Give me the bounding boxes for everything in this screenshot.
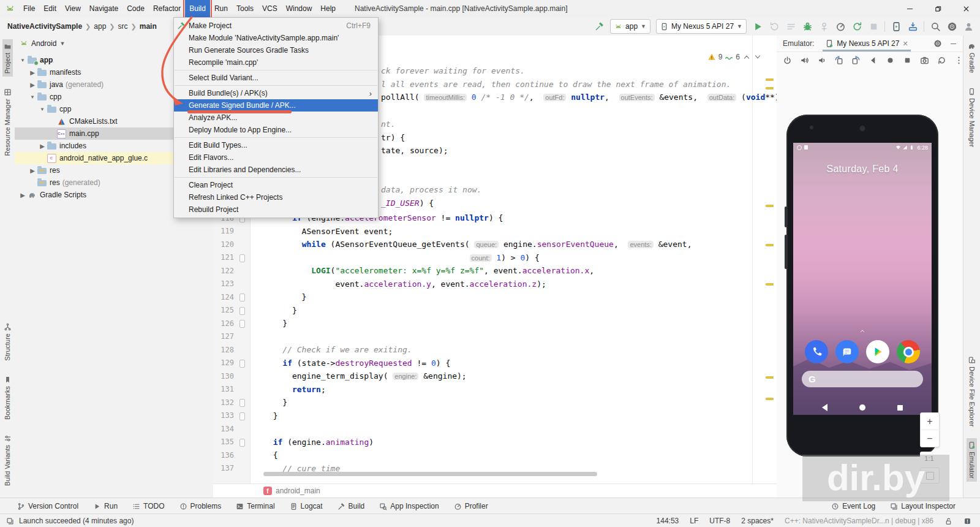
minimize-button[interactable] [895, 0, 924, 17]
tree-chevron-icon[interactable]: ▼ [28, 94, 37, 100]
device-screen[interactable]: 6:28 Saturday, Feb 4 [793, 143, 932, 415]
fold-gutter[interactable] [234, 304, 250, 317]
fold-gutter[interactable] [234, 383, 250, 396]
play-store-app-icon[interactable] [866, 340, 889, 363]
tree-chevron-icon[interactable]: ▼ [38, 107, 47, 112]
toolwindow-event-log[interactable]: Event Log [831, 502, 875, 510]
tool-tab-emulator[interactable]: Emulator [967, 438, 977, 482]
toolwindow-layout-inspector[interactable]: Layout Inspector [890, 502, 956, 510]
fold-gutter[interactable] [234, 370, 250, 383]
search-everywhere-button[interactable] [930, 21, 941, 32]
horizontal-scrollbar[interactable] [263, 472, 597, 476]
fold-gutter[interactable] [234, 449, 250, 462]
menu-item-refresh-linked-c-projects[interactable]: Refresh Linked C++ Projects [174, 191, 378, 203]
breadcrumb-app[interactable]: app [94, 22, 106, 31]
lock-icon[interactable] [944, 517, 952, 525]
rerun-button[interactable] [851, 21, 862, 32]
menu-item-generate-signed-bundle-apk[interactable]: Generate Signed Bundle / APK... [174, 99, 378, 112]
overview-button[interactable] [903, 55, 912, 66]
fold-gutter[interactable] [234, 357, 250, 370]
tree-chevron-icon[interactable]: ▼ [18, 58, 27, 63]
fold-marker-icon[interactable] [239, 307, 245, 315]
close-tab-icon[interactable]: ✕ [902, 40, 908, 48]
more-button[interactable] [954, 55, 963, 66]
fold-marker-icon[interactable] [239, 320, 245, 328]
menu-file[interactable]: File [19, 0, 39, 17]
close-button[interactable] [952, 0, 980, 17]
run-configuration-select[interactable]: app ▼ [610, 19, 650, 34]
menu-item-rebuild-project[interactable]: Rebuild Project [174, 203, 378, 216]
toolwindow-logcat[interactable]: Logcat [290, 502, 323, 510]
status-144-53[interactable]: 144:53 [657, 517, 679, 525]
make-project-button[interactable] [595, 21, 605, 31]
profile-button[interactable] [835, 21, 846, 32]
menu-item-recompile-main-cpp[interactable]: Recompile 'main.cpp' [174, 56, 378, 69]
menu-edit[interactable]: Edit [39, 0, 61, 17]
tool-tab-device-manager[interactable]: Device Manager [967, 85, 977, 150]
attach-debugger-button[interactable] [818, 21, 829, 32]
fold-gutter[interactable] [234, 264, 250, 278]
menu-item-deploy-module-to-app-engine[interactable]: Deploy Module to App Engine... [174, 124, 378, 136]
prev-problem-icon[interactable] [742, 53, 751, 61]
menu-item-make-project[interactable]: Make ProjectCtrl+F9 [174, 20, 378, 32]
tree-chevron-icon[interactable]: ▶ [28, 82, 37, 88]
zoom-in-button[interactable]: + [921, 413, 939, 430]
device-manager-button[interactable] [891, 21, 902, 32]
snapshots-button[interactable] [937, 55, 946, 66]
settings-button[interactable] [946, 21, 957, 32]
zoom-fit-button[interactable] [920, 468, 940, 483]
fold-marker-icon[interactable] [239, 254, 245, 262]
tool-tab-build-variants[interactable]: Build Variants [2, 431, 13, 489]
menu-item-run-generate-sources-gradle-tasks[interactable]: Run Generate Sources Gradle Tasks [174, 44, 378, 56]
tool-tab-resource-manager[interactable]: Resource Manager [2, 85, 13, 159]
tree-chevron-icon[interactable]: ▶ [28, 167, 37, 174]
fold-marker-icon[interactable] [239, 399, 245, 407]
zoom-reset-button[interactable]: 1:1 [920, 452, 938, 465]
emulator-device-tab[interactable]: My Nexus 5 API 27 ✕ [823, 36, 910, 51]
nav-home-icon[interactable] [859, 404, 865, 411]
chrome-app-icon[interactable] [897, 340, 920, 363]
rotate-right-button[interactable] [851, 55, 861, 66]
toolwindow-todo[interactable]: TODO [132, 502, 164, 510]
menu-navigate[interactable]: Navigate [85, 0, 123, 17]
tool-tab-project[interactable]: Project [2, 39, 13, 77]
menu-run[interactable]: Run [210, 0, 232, 17]
back-button[interactable] [869, 55, 878, 66]
menu-item-build-bundle-s-apk-s[interactable]: Build Bundle(s) / APK(s)› [174, 87, 378, 99]
messages-app-icon[interactable] [835, 340, 859, 363]
phone-app-icon[interactable] [805, 340, 828, 363]
menu-item-edit-build-types[interactable]: Edit Build Types... [174, 139, 378, 151]
notifications-icon[interactable] [963, 517, 971, 525]
toolwindow-terminal[interactable]: Terminal [236, 502, 274, 510]
rotate-left-button[interactable] [834, 55, 843, 66]
stop-button[interactable] [868, 21, 879, 32]
status-lf[interactable]: LF [690, 517, 698, 525]
tool-tab-structure[interactable]: Structure [2, 320, 13, 364]
device-select[interactable]: My Nexus 5 API 27 ▼ [656, 19, 747, 34]
tree-chevron-icon[interactable]: ▶ [18, 192, 27, 199]
tree-chevron-icon[interactable]: ▶ [28, 69, 37, 76]
breadcrumb-nativeactivitysample[interactable]: NativeActivitySample [7, 22, 82, 31]
gear-icon[interactable] [933, 39, 942, 48]
debug-button[interactable] [802, 21, 813, 32]
fold-gutter[interactable] [234, 343, 250, 357]
fold-gutter[interactable] [234, 290, 250, 304]
tool-tab-device-file-explorer[interactable]: Device File Explorer [967, 353, 977, 430]
fold-gutter[interactable] [234, 462, 250, 476]
menu-help[interactable]: Help [316, 0, 340, 17]
tool-tab-bookmarks[interactable]: Bookmarks [2, 373, 13, 423]
fold-gutter[interactable] [234, 225, 250, 238]
menu-vcs[interactable]: VCS [258, 0, 282, 17]
tool-windows-icon[interactable] [6, 517, 14, 525]
toolwindow-app-inspection[interactable]: App Inspection [379, 502, 439, 510]
menu-build[interactable]: Build [185, 0, 210, 17]
nav-overview-icon[interactable] [897, 405, 903, 411]
warning-stripe-mark[interactable] [766, 78, 774, 81]
toolwindow-profiler[interactable]: Profiler [454, 502, 488, 510]
tree-chevron-icon[interactable]: ▶ [38, 143, 47, 150]
avatar-button[interactable] [963, 21, 974, 32]
warning-stripe-mark[interactable] [766, 398, 774, 400]
home-button[interactable] [886, 55, 895, 66]
breadcrumb-src[interactable]: src [118, 22, 128, 31]
volume-up-button[interactable] [800, 55, 809, 66]
